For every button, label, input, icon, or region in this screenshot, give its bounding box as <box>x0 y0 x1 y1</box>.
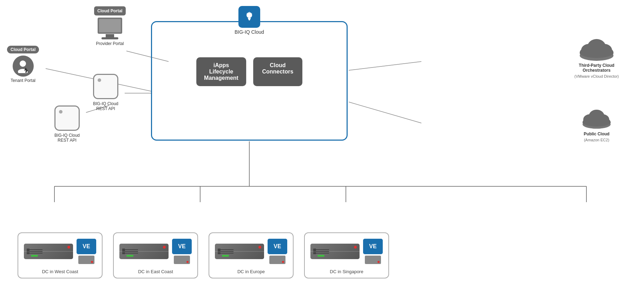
svg-point-19 <box>247 12 252 18</box>
rest-api-outer-device <box>54 105 80 131</box>
svg-rect-13 <box>99 19 121 32</box>
ve-unit-east: VE <box>172 239 192 264</box>
svg-point-37 <box>583 118 611 127</box>
public-cloud: Public Cloud (Amazon EC2) <box>570 105 623 142</box>
ve-label-europe: VE <box>268 239 287 254</box>
third-party-sublabel: (VMware vCloud Director) <box>574 74 619 78</box>
third-party-cloud: Third-Party Cloud Orchestrators (VMware … <box>567 33 626 78</box>
svg-rect-41 <box>27 249 29 251</box>
cloud-connectors-button: CloudConnectors <box>253 57 302 86</box>
svg-rect-52 <box>218 252 221 254</box>
rest-api-inner-label: BIG-IQ CloudREST API <box>93 101 118 111</box>
svg-line-4 <box>349 62 421 70</box>
tenant-portal: Cloud Portal Tenant Portal <box>7 46 39 83</box>
lightbulb-icon <box>243 11 256 23</box>
tenant-portal-label: Tenant Portal <box>11 78 35 83</box>
dc-row: VE DC in West Coast <box>18 232 389 278</box>
svg-rect-51 <box>218 249 221 251</box>
dc-east-coast: VE DC in East Coast <box>113 232 198 278</box>
svg-rect-46 <box>122 249 125 251</box>
dc-europe-label: DC in Europe <box>237 269 265 274</box>
svg-rect-21 <box>248 19 250 20</box>
svg-rect-15 <box>101 37 118 39</box>
provider-portal: Cloud Portal Provider Portal <box>94 6 126 46</box>
svg-rect-42 <box>27 252 29 254</box>
dc-hardware-singapore: VE <box>310 239 383 264</box>
svg-point-16 <box>20 60 26 67</box>
svg-rect-20 <box>248 18 251 19</box>
rest-api-inner-device <box>93 74 118 99</box>
server-lines-east <box>122 248 140 255</box>
public-cloud-icon <box>579 105 614 130</box>
ve-inner-east <box>174 256 190 264</box>
bigiq-header: BIG-IQ Cloud <box>235 6 264 35</box>
svg-rect-14 <box>106 34 114 38</box>
server-lines-singapore <box>313 248 331 255</box>
server-lines-europe <box>218 248 235 255</box>
svg-rect-56 <box>313 249 316 251</box>
monitor-icon <box>96 17 124 40</box>
server-unit-singapore <box>310 244 360 259</box>
public-cloud-label: Public Cloud <box>584 131 609 136</box>
dc-west-coast: VE DC in West Coast <box>18 232 103 278</box>
dc-west-label: DC in West Coast <box>42 269 78 274</box>
ve-label-west: VE <box>77 239 96 254</box>
cloud-portal-badge-top: Cloud Portal <box>94 6 126 15</box>
ve-label-east: VE <box>172 239 192 254</box>
dc-singapore-label: DC in Singapore <box>330 269 363 274</box>
svg-rect-57 <box>313 252 316 254</box>
tenant-portal-icon <box>13 56 34 77</box>
dc-east-label: DC in East Coast <box>138 269 173 274</box>
svg-line-5 <box>349 102 421 123</box>
public-cloud-sublabel: (Amazon EC2) <box>584 138 609 142</box>
rest-api-outer-label: BIG-IQ CloudREST API <box>54 133 80 143</box>
server-unit-europe <box>215 244 264 259</box>
server-unit-west <box>24 244 73 259</box>
svg-rect-47 <box>122 252 125 254</box>
rest-api-inner: BIG-IQ CloudREST API <box>93 74 118 111</box>
dc-europe: VE DC in Europe <box>209 232 294 278</box>
cloud-portal-badge-left: Cloud Portal <box>7 46 39 53</box>
third-party-label: Third-Party Cloud Orchestrators <box>567 63 626 73</box>
bigiq-icon <box>238 6 260 28</box>
svg-point-31 <box>580 47 613 58</box>
architecture-diagram: Cloud Portal Provider Portal Cloud Porta… <box>0 0 644 289</box>
ve-unit-west: VE <box>77 239 96 264</box>
server-unit-east <box>119 244 169 259</box>
ve-unit-europe: VE <box>268 239 287 264</box>
bigiq-cloud-box: BIG-IQ Cloud iAppsLifecycleManagement Cl… <box>151 21 348 141</box>
third-party-cloud-icon <box>576 33 618 62</box>
bigiq-inner-buttons: iAppsLifecycleManagement CloudConnectors <box>196 57 302 86</box>
svg-rect-22 <box>249 20 250 20</box>
server-lines-west <box>27 248 44 255</box>
dc-singapore: VE DC in Singapore <box>304 232 389 278</box>
bigiq-title: BIG-IQ Cloud <box>235 29 264 35</box>
ve-unit-singapore: VE <box>363 239 383 264</box>
rest-api-outer: BIG-IQ CloudREST API <box>54 105 80 143</box>
ve-inner-singapore <box>365 256 381 264</box>
provider-portal-label: Provider Portal <box>96 41 124 46</box>
ve-inner-europe <box>269 256 285 264</box>
ve-label-singapore: VE <box>363 239 383 254</box>
dc-hardware-europe: VE <box>215 239 287 264</box>
dc-hardware-west: VE <box>24 239 96 264</box>
dc-hardware-east: VE <box>119 239 192 264</box>
iapps-button: iAppsLifecycleManagement <box>196 57 246 86</box>
ve-inner-west <box>78 256 94 264</box>
